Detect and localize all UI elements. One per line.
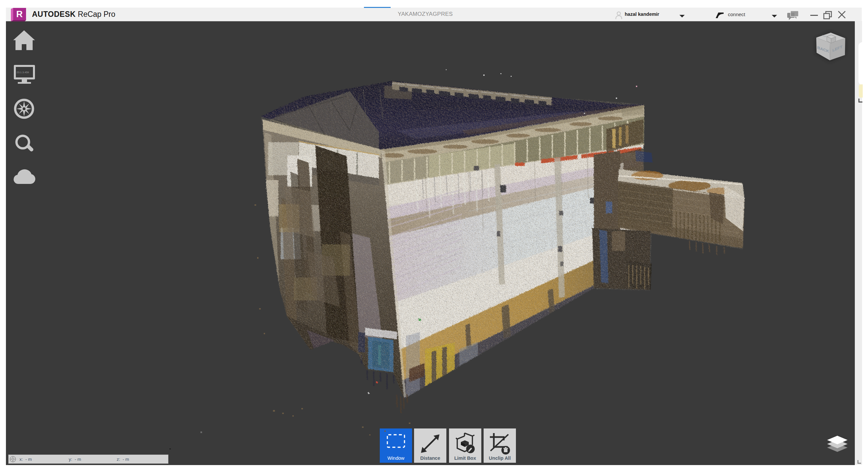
svg-text:R: R	[16, 9, 23, 19]
